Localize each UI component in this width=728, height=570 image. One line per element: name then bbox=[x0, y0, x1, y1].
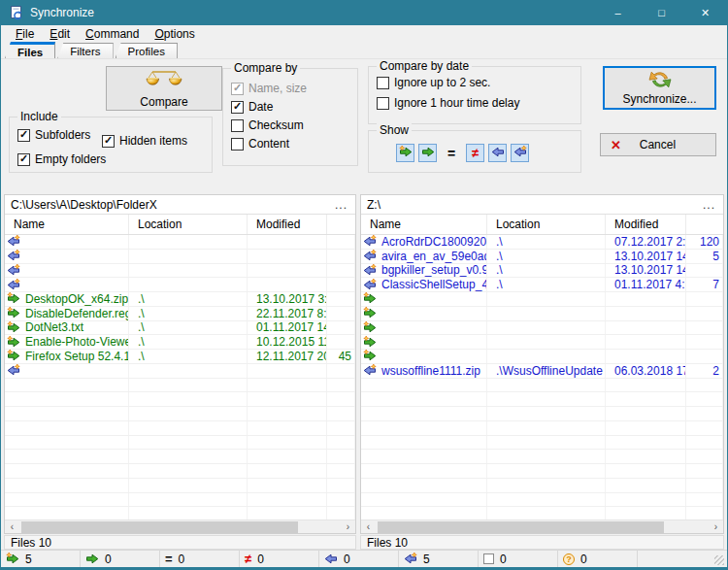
scrollbar-thumb[interactable] bbox=[378, 521, 664, 533]
menu-edit[interactable]: Edit bbox=[42, 26, 78, 43]
file-row[interactable] bbox=[361, 350, 723, 364]
arrow-left-new-icon bbox=[7, 235, 21, 248]
right-file-list: AcroRdrDC18009200....\07.12.2017 2:4...1… bbox=[361, 235, 723, 520]
column-header-location[interactable]: Location bbox=[129, 215, 248, 234]
show-copy-left-button[interactable] bbox=[511, 144, 529, 162]
show-left-button[interactable] bbox=[488, 144, 507, 162]
show-equal-button[interactable]: = bbox=[444, 144, 459, 162]
right-panel: Z:\ ... Name Location Modified AcroRdrDC… bbox=[360, 194, 724, 534]
tab-profiles[interactable]: Profiles bbox=[116, 43, 178, 58]
resize-grip[interactable] bbox=[714, 555, 724, 565]
file-row[interactable]: avira_en_av_59e0ade....\13.10.2017 14:..… bbox=[361, 250, 723, 264]
status-copy-left-count: 5 bbox=[399, 551, 479, 567]
menu-options[interactable]: Options bbox=[147, 26, 202, 43]
empty-row bbox=[5, 507, 355, 520]
file-row[interactable]: bgpkiller_setup_v0.9.....\13.10.2017 14:… bbox=[361, 264, 723, 279]
file-row[interactable] bbox=[361, 307, 723, 321]
cell-name: DotNet3.txt bbox=[21, 321, 83, 335]
right-files-count: Files 10 bbox=[360, 535, 724, 550]
empty-row bbox=[5, 379, 355, 393]
file-row[interactable]: DotNet3.txt.\01.11.2017 14:... bbox=[5, 321, 355, 336]
status-equal-count: = 0 bbox=[160, 551, 240, 567]
column-header-name[interactable]: Name bbox=[361, 215, 487, 234]
show-right-button[interactable] bbox=[418, 144, 437, 162]
left-browse-button[interactable]: ... bbox=[333, 198, 349, 212]
maximize-button[interactable]: □ bbox=[640, 0, 683, 25]
cell-location: .\ bbox=[496, 278, 503, 291]
scroll-left-arrow-icon[interactable]: ‹ bbox=[5, 520, 19, 534]
scrollbar-thumb[interactable] bbox=[21, 521, 298, 533]
column-header-modified[interactable]: Modified bbox=[248, 215, 327, 234]
cell-modified: 22.11.2017 8:2... bbox=[256, 307, 327, 320]
file-row[interactable] bbox=[5, 235, 355, 250]
arrow-right-new-icon bbox=[7, 307, 21, 319]
column-header-modified[interactable]: Modified bbox=[606, 215, 686, 234]
file-row[interactable] bbox=[5, 264, 355, 279]
status-not-equal-count: ≠ 0 bbox=[240, 551, 319, 567]
ignore-2sec-checkbox[interactable]: Ignore up to 2 sec. bbox=[377, 76, 490, 89]
menu-file[interactable]: File bbox=[8, 26, 42, 43]
file-row[interactable] bbox=[361, 335, 723, 350]
file-row[interactable]: wsusoffline1111.zip.\WsusOfflineUpdate06… bbox=[361, 364, 723, 379]
hidden-items-checkbox[interactable]: Hidden items bbox=[102, 134, 187, 148]
status-filler bbox=[638, 551, 727, 567]
empty-row bbox=[5, 493, 355, 508]
arrow-right-new-icon bbox=[7, 321, 21, 334]
arrow-left-new-icon bbox=[7, 364, 21, 377]
subfolders-checkbox[interactable]: Subfolders bbox=[17, 128, 90, 142]
menu-command[interactable]: Command bbox=[78, 26, 147, 43]
column-header-size[interactable] bbox=[327, 215, 355, 234]
cell-modified: 13.10.2017 14:... bbox=[614, 250, 686, 263]
right-browse-button[interactable]: ... bbox=[701, 198, 717, 212]
scroll-left-arrow-icon[interactable]: ‹ bbox=[361, 520, 376, 534]
file-row[interactable]: Enable-Photo-Viewer....\10.12.2015 11:..… bbox=[5, 335, 355, 350]
empty-row bbox=[361, 421, 723, 436]
arrow-left-new-icon bbox=[363, 235, 378, 248]
checkbox-icon bbox=[377, 77, 389, 89]
arrow-left-new-icon bbox=[363, 250, 378, 262]
date-checkbox[interactable]: Date bbox=[231, 100, 273, 114]
file-row[interactable]: AcroRdrDC18009200....\07.12.2017 2:4...1… bbox=[361, 235, 723, 250]
show-copy-right-button[interactable] bbox=[396, 144, 414, 162]
empty-folders-checkbox[interactable]: Empty folders bbox=[17, 152, 106, 166]
column-header-size[interactable] bbox=[686, 215, 723, 234]
scroll-right-arrow-icon[interactable]: › bbox=[341, 520, 355, 534]
ignore-1hour-checkbox[interactable]: Ignore 1 hour time delay bbox=[377, 96, 519, 110]
file-row[interactable] bbox=[5, 278, 355, 292]
cancel-button[interactable]: ✕ Cancel bbox=[600, 133, 716, 156]
arrow-right-new-icon bbox=[363, 350, 378, 362]
file-panels: C:\Users\A\Desktop\FolderX ... Name Loca… bbox=[1, 194, 727, 534]
cell-location: .\ bbox=[138, 350, 145, 363]
right-horizontal-scrollbar[interactable]: ‹ › bbox=[361, 520, 723, 533]
minimize-button[interactable]: – bbox=[596, 0, 640, 25]
file-row[interactable] bbox=[5, 250, 355, 264]
column-header-location[interactable]: Location bbox=[487, 215, 606, 234]
column-header-name[interactable]: Name bbox=[5, 215, 129, 234]
file-row[interactable]: ClassicShellSetup_4_....\01.11.2017 4:1.… bbox=[361, 278, 723, 292]
cancel-x-icon: ✕ bbox=[611, 138, 621, 152]
cell-modified: 13.10.2017 3:5... bbox=[256, 292, 327, 306]
arrow-left-new-icon bbox=[404, 553, 417, 565]
file-row[interactable] bbox=[361, 292, 723, 307]
file-row[interactable]: DesktopOK_x64.zip.\13.10.2017 3:5... bbox=[5, 292, 355, 307]
cell-location: .\ bbox=[496, 250, 503, 263]
tab-filters[interactable]: Filters bbox=[57, 43, 113, 58]
cell-name: wsusoffline1111.zip bbox=[378, 364, 480, 378]
file-row[interactable]: Firefox Setup 52.4.1es....\12.11.2017 20… bbox=[5, 350, 355, 364]
file-row[interactable]: DisableDefender.reg.\22.11.2017 8:2... bbox=[5, 307, 355, 321]
checksum-checkbox[interactable]: Checksum bbox=[231, 118, 304, 132]
synchronize-button[interactable]: Synchronize... bbox=[603, 66, 716, 110]
file-row[interactable] bbox=[5, 364, 355, 379]
scroll-right-arrow-icon[interactable]: › bbox=[709, 520, 723, 534]
content-checkbox[interactable]: Content bbox=[231, 137, 289, 151]
close-button[interactable]: ✕ bbox=[683, 0, 727, 25]
cell-name: AcroRdrDC18009200... bbox=[378, 235, 487, 249]
show-group-label: Show bbox=[377, 123, 412, 137]
show-not-equal-button[interactable]: ≠ bbox=[466, 144, 484, 162]
tab-files[interactable]: Files bbox=[5, 42, 55, 58]
compare-button[interactable]: Compare bbox=[106, 66, 222, 111]
left-horizontal-scrollbar[interactable]: ‹ › bbox=[5, 520, 355, 533]
empty-row bbox=[5, 436, 355, 451]
cell-modified: 10.12.2015 11:... bbox=[256, 335, 327, 349]
file-row[interactable] bbox=[361, 321, 723, 336]
